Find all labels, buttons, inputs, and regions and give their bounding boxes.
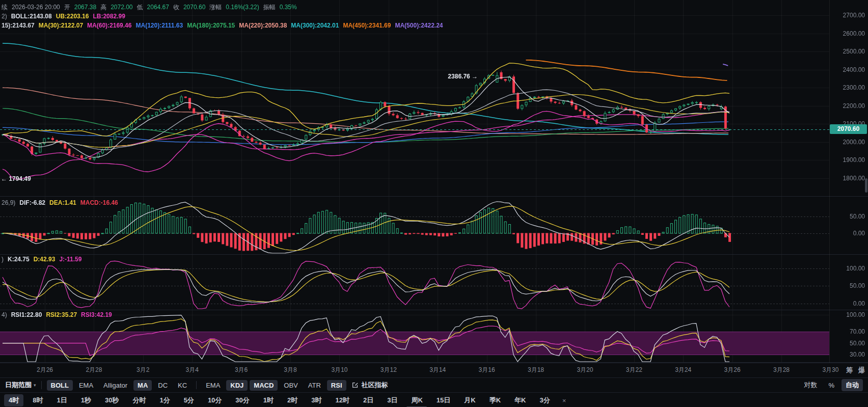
date-label: 3月18 xyxy=(518,363,554,377)
indicator-button-ema[interactable]: EMA xyxy=(75,380,97,391)
timeframe-button-30分[interactable]: 30分 xyxy=(231,394,254,406)
indicator-button-obv[interactable]: OBV xyxy=(280,380,302,391)
axis-tick-label: 2200.00 xyxy=(843,102,865,110)
indicator-toolbar: 日期范围 ▾ BOLLEMAAlligatorMADCKC EMAKDJMACD… xyxy=(0,377,868,392)
badge-爆[interactable]: 爆 xyxy=(858,363,865,377)
timeframe-button-1日[interactable]: 1日 xyxy=(52,394,71,406)
main-indicator-group: BOLLEMAAlligatorMADCKC xyxy=(47,380,192,391)
timeframe-button-8时[interactable]: 8时 xyxy=(28,394,47,406)
timeframe-button-3分[interactable]: 3分 xyxy=(535,394,554,406)
axis-tick-label: 100.00 xyxy=(846,311,865,318)
date-label: 2月26 xyxy=(27,363,63,377)
timeframe-button-分时[interactable]: 分时 xyxy=(128,394,150,406)
date-label: 3月20 xyxy=(567,363,603,377)
indicator-button-macd[interactable]: MACD xyxy=(250,380,278,391)
axis-tick-label: 50.00 xyxy=(850,213,865,220)
timeframe-button-2时[interactable]: 2时 xyxy=(283,394,302,406)
axis-tick-label: 30.00 xyxy=(850,351,865,358)
axis-tick-label: 2500.00 xyxy=(843,48,865,55)
date-label: 3月10 xyxy=(321,363,357,377)
timeframe-button-1秒[interactable]: 1秒 xyxy=(76,394,96,406)
axis-tick-label: 70.00 xyxy=(850,328,865,335)
timeframe-bar: 4时8时1日1秒30秒分时1分5分10分30分1时2时3时12时2日3日周K15… xyxy=(0,392,868,407)
axis-tick-label: 2300.00 xyxy=(843,84,865,91)
axis-tick-label: 50.00 xyxy=(850,282,865,289)
community-indicators-button[interactable]: 社区指标 xyxy=(351,381,388,390)
date-label: 3月4 xyxy=(174,363,210,377)
date-label: 2月28 xyxy=(76,363,112,377)
timeframe-button-1分[interactable]: 1分 xyxy=(155,394,174,406)
date-label: 3月6 xyxy=(224,363,259,377)
chevron-down-icon: ▾ xyxy=(34,383,36,388)
timeframe-button-月K[interactable]: 月K xyxy=(459,394,480,406)
axis-tick-label: 2700.00 xyxy=(843,12,865,19)
date-label: 3月8 xyxy=(273,363,308,377)
indicator-button-dc[interactable]: DC xyxy=(154,380,172,391)
edit-pencil-icon xyxy=(351,382,359,389)
timeframe-button-3时[interactable]: 3时 xyxy=(307,394,326,406)
axis-tick-label: 2400.00 xyxy=(843,66,865,73)
indicator-button-alligator[interactable]: Alligator xyxy=(99,380,131,391)
axis-tick-label: 100.00 xyxy=(846,265,865,272)
axis-tick-label: 0.00 xyxy=(853,230,865,237)
date-label: 3月24 xyxy=(665,363,701,377)
indicator-button-ema[interactable]: EMA xyxy=(202,380,224,391)
scale-button-%[interactable]: % xyxy=(824,380,838,391)
divider xyxy=(196,381,197,389)
scale-button-自动[interactable]: 自动 xyxy=(842,379,863,391)
scale-button-对数[interactable]: 对数 xyxy=(800,379,821,391)
timeframe-button-季K[interactable]: 季K xyxy=(485,394,505,406)
indicator-button-rsi[interactable]: RSI xyxy=(327,380,346,391)
axis-tick-label: 2600.00 xyxy=(843,30,865,37)
timeframe-button-周K[interactable]: 周K xyxy=(406,394,427,406)
indicator-button-kc[interactable]: KC xyxy=(174,380,191,391)
timeframe-button-4时[interactable]: 4时 xyxy=(4,394,23,406)
timeframe-button-3日[interactable]: 3日 xyxy=(383,394,402,406)
scale-controls-group: 对数%自动 xyxy=(800,379,863,391)
indicator-button-boll[interactable]: BOLL xyxy=(47,380,73,391)
axis-tick-label: 0.00 xyxy=(853,300,865,307)
badge-筹[interactable]: 筹 xyxy=(846,363,853,377)
axis-tick-label: 1800.00 xyxy=(843,175,865,182)
close-icon[interactable]: × xyxy=(559,397,569,404)
last-price-tag: 2070.60 xyxy=(830,124,867,134)
chart-stage: 续2026-03-26 20:00开2067.38高2072.00低2064.6… xyxy=(0,0,868,363)
timeframe-button-15日[interactable]: 15日 xyxy=(432,394,455,406)
scrollbar-thumb[interactable] xyxy=(865,178,867,193)
timeframe-button-30秒[interactable]: 30秒 xyxy=(100,394,123,406)
timeframe-button-10分[interactable]: 10分 xyxy=(203,394,226,406)
indicator-button-kdj[interactable]: KDJ xyxy=(226,380,248,391)
date-axis[interactable]: 2月262月283月23月43月63月83月103月123月143月163月18… xyxy=(0,363,868,377)
timeframe-button-年K[interactable]: 年K xyxy=(510,394,530,406)
date-label: 3月12 xyxy=(371,363,406,377)
date-label: 3月22 xyxy=(616,363,652,377)
date-label: 3月14 xyxy=(420,363,455,377)
community-indicators-label: 社区指标 xyxy=(362,381,388,390)
axis-tick-label: 2000.00 xyxy=(843,139,865,146)
date-range-label: 日期范围 xyxy=(5,381,32,390)
timeframe-button-12时[interactable]: 12时 xyxy=(331,394,354,406)
date-label: 3月16 xyxy=(469,363,505,377)
indicator-button-atr[interactable]: ATR xyxy=(304,380,325,391)
axis-tick-label: 50.00 xyxy=(850,340,865,347)
timeframe-button-5分[interactable]: 5分 xyxy=(179,394,199,406)
date-label: 3月30 xyxy=(812,363,848,377)
date-label: 3月2 xyxy=(125,363,161,377)
timeframe-button-2日[interactable]: 2日 xyxy=(359,394,378,406)
indicator-button-ma[interactable]: MA xyxy=(133,380,152,391)
date-label: 3月26 xyxy=(715,363,750,377)
timeframe-button-1时[interactable]: 1时 xyxy=(259,394,278,406)
divider xyxy=(41,381,42,389)
sub-indicator-group: EMAKDJMACDOBVATRRSI xyxy=(202,380,346,391)
chart-canvas[interactable] xyxy=(0,0,868,363)
axis-tick-label: 1900.00 xyxy=(843,156,865,164)
date-range-button[interactable]: 日期范围 ▾ xyxy=(5,381,36,390)
date-label: 3月28 xyxy=(764,363,799,377)
